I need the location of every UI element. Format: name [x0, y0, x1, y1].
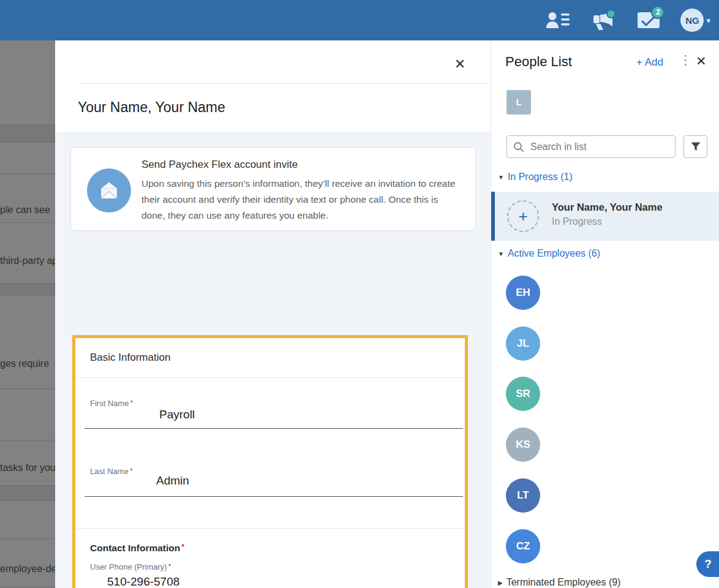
bg-text-fragment: employee-de — [0, 564, 55, 575]
bg-text-fragment: ges require — [0, 358, 49, 369]
required-asterisk: * — [130, 399, 134, 407]
kebab-menu-icon[interactable]: ⋮ — [677, 53, 695, 67]
modal-close-icon[interactable]: ✕ — [452, 56, 468, 72]
search-box — [506, 135, 676, 158]
terminated-employees-label: Terminated Employees (9) — [506, 577, 621, 587]
search-icon — [513, 141, 524, 153]
person-status: In Progress — [552, 216, 602, 227]
contact-information-text: Contact Information — [90, 543, 180, 553]
bg-row-divider — [0, 500, 55, 501]
last-name-underline — [85, 496, 463, 497]
employee-avatar[interactable]: KS — [506, 428, 540, 462]
modal-body: Send Paychex Flex account invite Upon sa… — [55, 132, 491, 588]
bg-text-fragment: ple can see — [0, 205, 50, 216]
bg-row-divider — [0, 124, 55, 125]
section-divider — [75, 377, 465, 378]
user-menu-caret-icon: ▾ — [706, 16, 710, 25]
people-list-title: People List — [505, 54, 572, 70]
dimmed-background-page: ple can see third-party ap ges require t… — [0, 40, 55, 588]
modal-header-divider — [78, 83, 491, 84]
required-asterisk: * — [130, 467, 133, 475]
in-progress-person-row[interactable]: + Your Name, Your Name In Progress — [491, 192, 719, 241]
first-name-input[interactable]: Payroll — [159, 408, 195, 421]
required-asterisk: * — [168, 562, 171, 571]
help-button[interactable]: ? — [696, 551, 719, 577]
user-avatar[interactable]: NG — [680, 9, 704, 32]
section-header-active-employees[interactable]: ▼Active Employees (6) — [498, 248, 600, 259]
bg-row-divider — [0, 295, 55, 295]
bg-text-fragment: tasks for you — [0, 462, 55, 473]
basic-information-section: Basic Information First Name* Payroll La… — [72, 335, 468, 588]
bg-table-band — [0, 124, 55, 142]
user-phone-label-text: User Phone (Primary) — [90, 562, 167, 571]
bg-text-fragment: third-party ap — [0, 255, 55, 266]
selected-row-indicator — [491, 192, 495, 241]
active-employees-label: Active Employees (6) — [508, 248, 600, 258]
bg-row-divider — [0, 538, 55, 539]
last-name-label-text: Last Name — [90, 467, 129, 476]
invite-card-description: Upon saving this person’s information, t… — [141, 176, 460, 224]
user-phone-label: User Phone (Primary)* — [90, 562, 171, 571]
header-icon-group: 2 NG ▾ — [544, 0, 710, 40]
pending-avatar-plus-icon: + — [507, 200, 539, 232]
first-name-underline — [85, 428, 463, 429]
bg-table-band — [0, 485, 55, 500]
invite-card-title: Send Paychex Flex account invite — [141, 159, 298, 171]
required-asterisk: * — [181, 543, 184, 551]
mail-count-badge: 2 — [651, 6, 664, 19]
bg-row-divider — [0, 222, 55, 223]
person-name: Your Name, Your Name — [552, 202, 663, 213]
first-name-label: First Name* — [90, 399, 133, 408]
top-header-bar: 2 NG ▾ — [0, 0, 719, 40]
bg-row-divider — [0, 587, 55, 587]
section-header-in-progress[interactable]: ▼In Progress (1) — [498, 172, 573, 183]
bg-row-divider — [0, 440, 55, 440]
section-header-terminated-employees[interactable]: ▶Terminated Employees (9) — [498, 577, 620, 588]
bg-row-divider — [0, 283, 55, 284]
user-phone-input[interactable]: 510-296-5708 — [107, 575, 179, 588]
bg-row-divider — [0, 485, 55, 486]
bg-row-divider — [0, 142, 55, 143]
employee-avatar[interactable]: EH — [506, 276, 540, 310]
add-person-button[interactable]: + Add — [636, 56, 663, 69]
employee-avatar[interactable]: CZ — [506, 529, 540, 564]
employee-avatar[interactable]: LT — [506, 478, 540, 513]
bg-table-band — [0, 283, 55, 295]
filter-funnel-icon — [690, 141, 702, 153]
in-progress-label: In Progress (1) — [508, 172, 573, 182]
last-name-label: Last Name* — [90, 467, 133, 476]
open-envelope-icon — [87, 168, 131, 213]
first-name-label-text: First Name — [90, 399, 129, 408]
section-divider — [75, 528, 465, 529]
panel-close-icon[interactable]: ✕ — [696, 54, 707, 69]
user-menu[interactable]: NG ▾ — [680, 9, 710, 32]
caret-down-icon: ▼ — [498, 174, 504, 181]
employee-avatar[interactable]: SR — [506, 377, 540, 411]
basic-information-heading: Basic Information — [90, 352, 170, 364]
people-list-panel: People List + Add ⋮ ✕ L ▼In Progress (1)… — [491, 40, 719, 588]
list-filter-avatar[interactable]: L — [506, 90, 531, 115]
app-root: 2 NG ▾ ple can see third-party ap ges re… — [0, 0, 719, 588]
modal-title: Your Name, Your Name — [78, 99, 225, 116]
flex-invite-card: Send Paychex Flex account invite Upon sa… — [70, 147, 476, 231]
contact-information-heading: Contact Information* — [90, 543, 184, 554]
caret-down-icon: ▼ — [498, 251, 504, 257]
bg-row-divider — [0, 388, 55, 389]
person-details-modal: ✕ Your Name, Your Name Send Paychex Flex… — [55, 40, 491, 588]
last-name-input[interactable]: Admin — [156, 474, 189, 488]
bg-row-divider — [0, 173, 55, 174]
caret-right-icon: ▶ — [498, 579, 503, 586]
announcements-megaphone-icon[interactable] — [590, 7, 617, 34]
employee-avatar[interactable]: JL — [506, 326, 540, 361]
contacts-icon[interactable] — [544, 7, 571, 34]
mail-icon[interactable]: 2 — [635, 7, 662, 34]
filter-button[interactable] — [683, 135, 707, 158]
search-input[interactable] — [529, 141, 669, 153]
